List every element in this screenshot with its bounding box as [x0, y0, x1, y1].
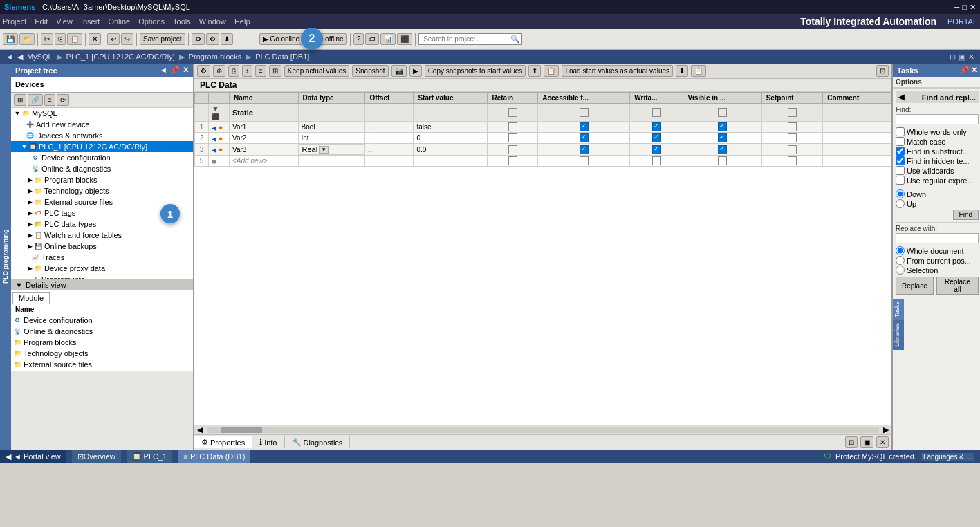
- tree-item-device-proxy[interactable]: ▶ 📁 Device proxy data: [11, 263, 193, 274]
- keep-actual-btn[interactable]: Keep actual values: [284, 65, 350, 77]
- load-start-btn[interactable]: Load start values as actual values: [562, 65, 673, 77]
- breadcrumb-back[interactable]: ◀: [17, 53, 23, 62]
- scrollbar-thumb[interactable]: [221, 427, 262, 433]
- properties-tab[interactable]: ⚙ Properties: [194, 436, 252, 448]
- tasks-vert-tab[interactable]: Tasks: [893, 299, 904, 320]
- tree-btn-3[interactable]: ≡: [44, 94, 55, 106]
- expand-tech-obj[interactable]: ▶: [26, 187, 33, 194]
- scroll-left-btn[interactable]: ◀: [194, 425, 205, 434]
- expand-static-icon[interactable]: ▼: [212, 104, 219, 113]
- horizontal-scrollbar[interactable]: ◀ ▶: [194, 425, 891, 434]
- expand-plc1[interactable]: ▼: [21, 143, 28, 150]
- data-btn-2[interactable]: ⊕: [213, 65, 225, 77]
- cell-var3-visible[interactable]: [683, 144, 761, 156]
- stop-btn[interactable]: ⬛: [397, 33, 412, 45]
- breadcrumb-mysql[interactable]: MySQL: [27, 53, 53, 61]
- find-input[interactable]: [896, 114, 979, 124]
- cell-var1-setpoint[interactable]: [761, 122, 823, 133]
- cell-var3-name[interactable]: Var3: [230, 144, 299, 156]
- menu-tools[interactable]: Tools: [173, 17, 191, 26]
- breadcrumb-plc[interactable]: PLC_1 [CPU 1212C AC/DC/Rly]: [66, 53, 175, 61]
- data-btn-3[interactable]: ⎘: [228, 65, 239, 77]
- cell-var2-setpoint[interactable]: [761, 133, 823, 144]
- copy-snap-icon[interactable]: ⬆: [528, 65, 541, 77]
- menu-window[interactable]: Window: [199, 17, 226, 26]
- breadcrumb-collapse[interactable]: ◄: [6, 53, 13, 61]
- cell-var1-name[interactable]: Var1: [230, 122, 299, 133]
- expand-watch-force[interactable]: ▶: [26, 232, 33, 239]
- search-input[interactable]: [420, 34, 510, 44]
- use-wildcards-cb[interactable]: [896, 166, 905, 175]
- tasks-close-btn[interactable]: ✕: [971, 66, 977, 75]
- help-btn[interactable]: ?: [353, 33, 364, 45]
- expand-data-types[interactable]: ▶: [26, 221, 33, 228]
- tasks-pin-btn[interactable]: 📌: [960, 66, 970, 75]
- devices-tab[interactable]: Devices: [11, 77, 193, 93]
- expand-device-proxy[interactable]: ▶: [26, 265, 33, 272]
- tree-pin-btn[interactable]: 📌: [170, 66, 180, 75]
- cell-var3-start[interactable]: 0.0: [414, 144, 488, 156]
- monitor-btn[interactable]: 📊: [380, 33, 396, 45]
- expand-mysql[interactable]: ▼: [14, 110, 21, 117]
- undo-btn[interactable]: ↩: [107, 33, 120, 45]
- lang-btn[interactable]: Languages & ...: [921, 453, 974, 461]
- delete-btn[interactable]: ✕: [89, 33, 101, 45]
- libraries-vert-tab[interactable]: Libraries: [893, 320, 904, 350]
- tree-item-device-config[interactable]: ⚙ Device configuration: [11, 152, 193, 163]
- panel-icon-1[interactable]: ⊡: [950, 53, 956, 62]
- cell-var2-retain[interactable]: [488, 133, 538, 144]
- direction-down-radio[interactable]: [896, 189, 905, 198]
- download-btn[interactable]: ⬇: [221, 33, 233, 45]
- menu-options[interactable]: Options: [138, 17, 165, 26]
- detail-item-online-diag[interactable]: 📡 Online & diagnostics: [12, 326, 192, 337]
- save-btn[interactable]: 💾: [3, 33, 18, 45]
- snapshot-camera-icon[interactable]: 📷: [391, 65, 407, 77]
- cell-var3-accessible[interactable]: [538, 144, 630, 156]
- type-picker-btn[interactable]: ▼: [319, 146, 329, 154]
- selection-radio[interactable]: [896, 266, 905, 275]
- match-case-cb[interactable]: [896, 137, 905, 146]
- copy-snap-icon2[interactable]: 📋: [544, 65, 559, 77]
- expand-backups[interactable]: ▶: [26, 243, 33, 250]
- cell-var1-accessible[interactable]: [538, 122, 630, 133]
- open-btn[interactable]: 📂: [19, 33, 35, 45]
- scrollbar-track[interactable]: [207, 427, 879, 433]
- snapshot-btn[interactable]: Snapshot: [352, 65, 388, 77]
- details-tab-module[interactable]: Module: [12, 292, 50, 304]
- cell-var2-accessible[interactable]: [538, 133, 630, 144]
- tree-item-online-backups[interactable]: ▶ 💾 Online backups: [11, 241, 193, 252]
- expand-prog-blocks[interactable]: ▶: [26, 176, 33, 183]
- tree-btn-4[interactable]: ⟳: [57, 94, 69, 106]
- panel-icon-2[interactable]: ▣: [959, 53, 965, 62]
- tree-content[interactable]: ▼ 📁 MySQL ➕ Add new device 🌐 Devices & n…: [11, 108, 193, 279]
- tree-item-tech-objects[interactable]: ▶ 📁 Technology objects: [11, 185, 193, 196]
- tree-item-plc1[interactable]: ▼ 🔲 PLC_1 [CPU 1212C AC/DC/Rly]: [11, 141, 193, 152]
- cell-var1-start[interactable]: false: [414, 122, 488, 133]
- tree-item-program-blocks[interactable]: ▶ 📁 Program blocks: [11, 174, 193, 185]
- cell-var2-comment[interactable]: [823, 133, 891, 144]
- data-btn-5[interactable]: ≡: [255, 65, 266, 77]
- tree-btn-1[interactable]: ⊞: [14, 94, 26, 106]
- scroll-right-btn[interactable]: ▶: [880, 425, 891, 434]
- find-hidden-cb[interactable]: [896, 156, 905, 165]
- expand-all-btn[interactable]: ⊡: [876, 65, 889, 77]
- replace-all-btn[interactable]: Replace all: [936, 277, 979, 295]
- plc-data-tab[interactable]: ■ PLC Data (DB1): [178, 450, 250, 463]
- tree-close-btn[interactable]: ✕: [183, 66, 189, 75]
- cell-var1-visible[interactable]: [683, 122, 761, 133]
- use-regex-cb[interactable]: [896, 176, 905, 185]
- tag-btn[interactable]: 🏷: [365, 33, 379, 45]
- compile-btn[interactable]: ⚙: [192, 33, 205, 45]
- cell-var2-visible[interactable]: [683, 133, 761, 144]
- redo-btn[interactable]: ↪: [121, 33, 133, 45]
- cell-var2-start[interactable]: 0: [414, 133, 488, 144]
- detail-item-tech-obj[interactable]: 📁 Technology objects: [12, 348, 192, 359]
- tree-item-devices-networks[interactable]: 🌐 Devices & networks: [11, 130, 193, 141]
- data-btn-1[interactable]: ⚙: [197, 65, 210, 77]
- tree-collapse-btn[interactable]: ◄: [160, 66, 167, 75]
- restore-btn[interactable]: □: [962, 3, 967, 12]
- detail-item-ext-src[interactable]: 📁 External source files: [12, 359, 192, 370]
- cell-var3-comment[interactable]: [823, 144, 891, 156]
- diagnostics-tab[interactable]: 🔧 Diagnostics: [285, 436, 351, 448]
- portal-view-btn[interactable]: ◀ ◄ Portal view: [0, 450, 66, 463]
